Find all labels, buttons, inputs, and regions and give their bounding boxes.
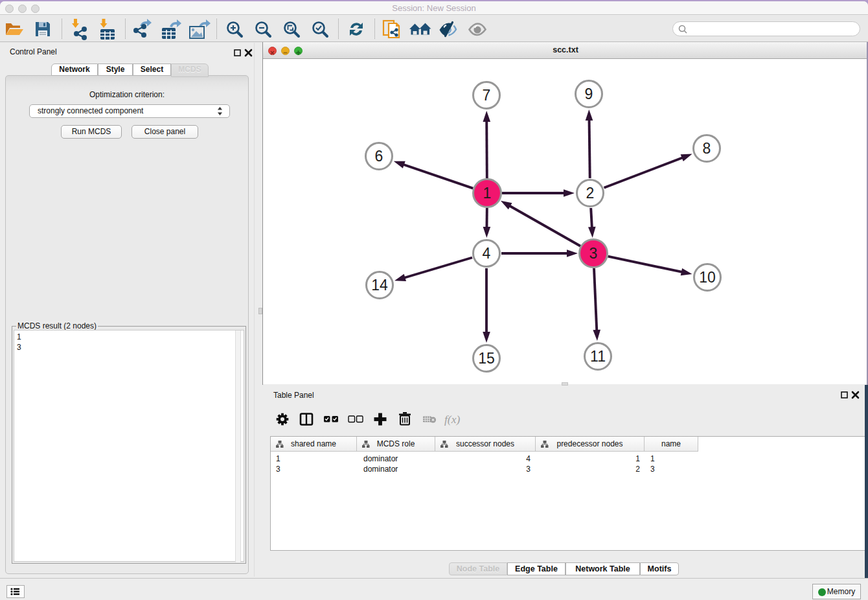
- svg-text:2: 2: [586, 185, 595, 202]
- svg-text:f(x): f(x): [444, 413, 460, 426]
- svg-text:14: 14: [371, 277, 388, 294]
- svg-text:4: 4: [483, 245, 491, 262]
- svg-text:8: 8: [703, 140, 711, 157]
- svg-text:10: 10: [699, 269, 716, 286]
- svg-text:6: 6: [375, 148, 383, 165]
- svg-text:1: 1: [483, 185, 492, 202]
- svg-text:15: 15: [478, 350, 495, 367]
- svg-text:3: 3: [589, 245, 598, 262]
- svg-text:9: 9: [585, 86, 593, 102]
- svg-text:7: 7: [483, 87, 491, 104]
- svg-text:11: 11: [590, 348, 606, 365]
